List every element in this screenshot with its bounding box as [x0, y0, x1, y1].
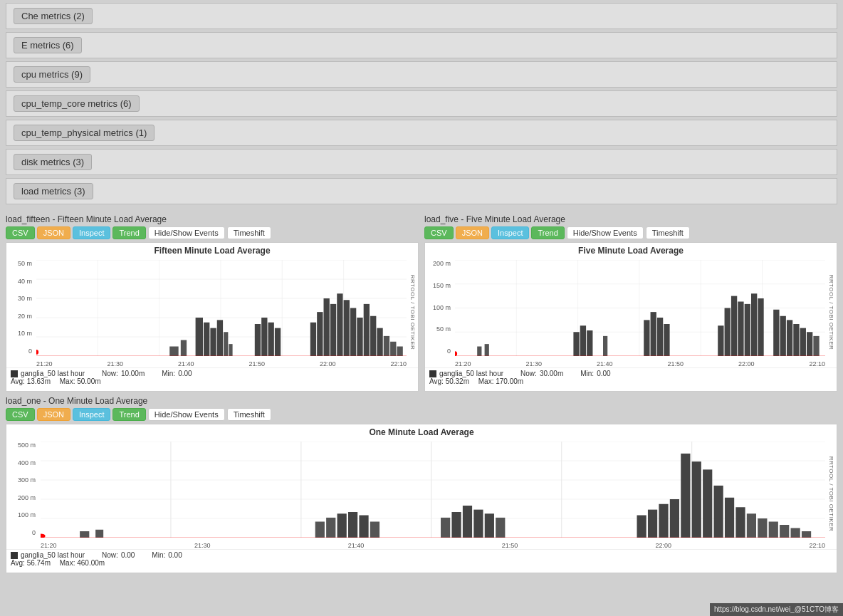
load-one-chart-title: One Minute Load Average	[6, 424, 837, 439]
svg-rect-24	[310, 323, 316, 356]
svg-rect-23	[275, 328, 281, 356]
svg-rect-98	[473, 510, 483, 538]
svg-rect-113	[769, 522, 778, 538]
svg-rect-107	[703, 469, 712, 538]
svg-rect-55	[603, 336, 607, 356]
svg-rect-87	[80, 531, 89, 538]
svg-rect-27	[330, 304, 336, 356]
section-label-cpu-temp-physical: cpu_temp_physical metrics (1)	[14, 125, 155, 141]
section-bar-cpu-temp-core[interactable]: cpu_temp_core metrics (6)	[6, 90, 837, 117]
load-fifteen-chart-title: Fifteen Minute Load Average	[6, 243, 418, 257]
load-fifteen-timeshift-btn[interactable]: Timeshift	[227, 226, 271, 239]
section-bar-cpu-temp-physical[interactable]: cpu_temp_physical metrics (1)	[6, 120, 837, 146]
svg-rect-25	[317, 312, 323, 356]
load-five-chart: Five Minute Load Average 200 m 150 m 100…	[424, 242, 837, 392]
section-bar-e[interactable]: E metrics (6)	[6, 32, 837, 58]
svg-rect-108	[714, 486, 723, 538]
section-bar-load[interactable]: load metrics (3)	[6, 178, 837, 204]
svg-rect-102	[648, 510, 657, 538]
load-five-trend-btn[interactable]: Trend	[531, 226, 564, 239]
section-bar-cpu[interactable]: cpu metrics (9)	[6, 61, 837, 88]
svg-rect-18	[224, 332, 228, 356]
svg-rect-94	[370, 522, 379, 538]
section-bar-che[interactable]: Che metrics (2)	[6, 3, 837, 29]
svg-rect-15	[204, 323, 209, 356]
load-one-timeshift-btn[interactable]: Timeshift	[227, 408, 271, 421]
load-one-title: load_one - One Minute Load Average	[6, 396, 837, 406]
svg-rect-12	[169, 347, 178, 357]
svg-rect-17	[217, 320, 223, 356]
load-five-chart-title: Five Minute Load Average	[425, 243, 837, 257]
svg-rect-96	[451, 512, 461, 538]
svg-rect-51	[485, 344, 489, 356]
svg-point-11	[36, 350, 38, 355]
section-label-cpu-temp-core: cpu_temp_core metrics (6)	[14, 95, 140, 112]
svg-rect-16	[210, 328, 216, 356]
load-one-hide-btn[interactable]: Hide/Show Events	[148, 408, 225, 421]
svg-rect-103	[659, 504, 668, 538]
load-five-buttons: CSV JSON Inspect Trend Hide/Show Events …	[424, 226, 837, 239]
svg-rect-28	[337, 293, 342, 356]
svg-rect-56	[644, 320, 649, 356]
load-one-inspect-btn[interactable]: Inspect	[73, 408, 110, 421]
svg-rect-65	[751, 293, 757, 356]
svg-rect-88	[95, 530, 103, 538]
svg-rect-72	[807, 332, 812, 356]
svg-rect-70	[793, 324, 799, 356]
load-five-json-btn[interactable]: JSON	[456, 226, 489, 239]
svg-rect-90	[326, 518, 335, 538]
svg-rect-105	[681, 454, 690, 538]
svg-rect-109	[725, 498, 734, 538]
svg-rect-110	[735, 507, 745, 538]
svg-rect-63	[738, 302, 743, 357]
load-fifteen-y-axis: 50 m 40 m 30 m 20 m 10 m 0	[6, 260, 35, 355]
load-five-stats: ganglia_50 last hour Now: 30.00m Min: 0.…	[425, 367, 837, 387]
load-fifteen-hide-btn[interactable]: Hide/Show Events	[148, 226, 225, 239]
svg-rect-13	[181, 340, 187, 357]
section-label-disk: disk metrics (3)	[14, 154, 92, 170]
load-fifteen-stats: ganglia_50 last hour Now: 10.00m Min: 0.…	[6, 367, 418, 387]
section-label-e: E metrics (6)	[14, 37, 82, 53]
load-one-chart: One Minute Load Average 500 m 400 m 300 …	[6, 424, 837, 573]
svg-rect-111	[747, 513, 756, 538]
load-one-trend-btn[interactable]: Trend	[112, 408, 145, 421]
load-fifteen-inspect-btn[interactable]: Inspect	[73, 226, 110, 239]
svg-rect-67	[773, 310, 779, 356]
load-fifteen-rotated-label: RRTOOL / TOBI OETIKER	[408, 257, 418, 367]
svg-rect-73	[813, 336, 819, 356]
load-one-json-btn[interactable]: JSON	[37, 408, 70, 421]
load-five-inspect-btn[interactable]: Inspect	[491, 226, 529, 239]
load-five-timeshift-btn[interactable]: Timeshift	[646, 226, 690, 239]
svg-rect-97	[463, 506, 472, 538]
load-one-csv-btn[interactable]: CSV	[6, 408, 35, 421]
load-five-svg	[455, 260, 825, 356]
svg-rect-61	[725, 308, 731, 357]
load-fifteen-csv-btn[interactable]: CSV	[6, 226, 35, 239]
svg-rect-20	[255, 324, 261, 356]
svg-rect-101	[637, 516, 646, 538]
load-five-title: load_five - Five Minute Load Average	[424, 214, 837, 224]
load-five-csv-btn[interactable]: CSV	[424, 226, 454, 239]
svg-rect-21	[261, 318, 267, 356]
svg-rect-29	[344, 300, 350, 356]
section-bar-disk[interactable]: disk metrics (3)	[6, 149, 837, 175]
load-fifteen-json-btn[interactable]: JSON	[37, 226, 70, 239]
svg-rect-54	[587, 330, 592, 356]
svg-rect-106	[692, 461, 701, 538]
load-one-stats: ganglia_50 last hour Now: 0.00 Min: 0.00…	[6, 549, 837, 568]
svg-rect-104	[670, 499, 679, 538]
svg-rect-93	[359, 516, 368, 538]
svg-rect-35	[384, 336, 389, 356]
load-fifteen-title: load_fifteen - Fifteen Minute Load Avera…	[6, 214, 419, 224]
svg-rect-34	[377, 328, 382, 356]
svg-rect-30	[350, 308, 356, 357]
svg-rect-62	[731, 296, 737, 356]
load-fifteen-trend-btn[interactable]: Trend	[112, 226, 145, 239]
load-five-hide-btn[interactable]: Hide/Show Events	[567, 226, 644, 239]
load-one-buttons: CSV JSON Inspect Trend Hide/Show Events …	[6, 408, 837, 421]
load-fifteen-chart: Fifteen Minute Load Average 50 m 40 m 30…	[6, 242, 419, 392]
svg-rect-32	[364, 304, 370, 356]
load-one-rotated-label: RRTOOL / TOBI OETIKER	[827, 439, 837, 549]
svg-rect-71	[800, 328, 806, 356]
svg-point-86	[41, 533, 46, 538]
